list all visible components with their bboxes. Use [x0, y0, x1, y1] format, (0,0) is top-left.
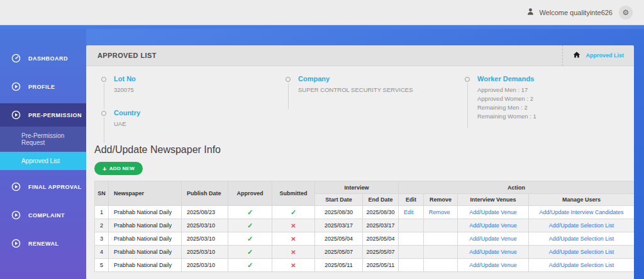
manage-users-link[interactable]: Add/Update Selection List	[549, 262, 614, 268]
content-area: APPROVED LIST Approved List Lot No320075…	[86, 29, 644, 279]
home-icon[interactable]	[573, 50, 580, 61]
settings-button[interactable]: ⚙	[619, 6, 633, 20]
venue-link[interactable]: Add/Update Venue	[469, 262, 517, 268]
timeline-rail	[99, 75, 109, 109]
breadcrumb-link[interactable]: Approved List	[586, 52, 624, 59]
col-sn: SN	[95, 181, 109, 206]
cell-submitted: ✕	[272, 259, 315, 272]
cell-manage-users: Add/Update Selection List	[529, 232, 634, 246]
table-row: 4Prabhab National Daily2025/03/10✓✕2025/…	[95, 246, 635, 259]
cell-submitted: ✕	[272, 246, 315, 259]
approved-list-card: APPROVED LIST Approved List Lot No320075…	[86, 45, 634, 279]
sidebar-subitem-pre-permission-request[interactable]: Pre-Permission Request	[0, 127, 86, 152]
remove-link[interactable]: Remove	[429, 209, 450, 215]
cell-approved: ✓	[228, 219, 272, 232]
manage-users-link[interactable]: Add/Update Interview Candidates	[539, 209, 623, 215]
sidebar-item-label: DASHBOARD	[28, 55, 68, 62]
manage-users-link[interactable]: Add/Update Selection List	[549, 249, 614, 255]
cell-newspaper: Prabhab National Daily	[109, 206, 182, 219]
page-title: APPROVED LIST	[86, 52, 157, 59]
cell-interview-venues: Add/Update Venue	[458, 219, 529, 232]
venue-link[interactable]: Add/Update Venue	[469, 222, 517, 229]
cell-edit	[399, 232, 424, 246]
cell-sn: 1	[95, 206, 109, 219]
cell-edit: Edit	[399, 206, 424, 219]
cell-remove	[424, 232, 458, 246]
cell-interview-venues: Add/Update Venue	[458, 232, 529, 246]
check-icon: ✓	[247, 235, 253, 242]
cell-end-date: 2025/03/17	[363, 219, 399, 232]
col-interview: Interview	[315, 181, 399, 194]
cell-approved: ✓	[228, 246, 272, 259]
sidebar-submenu: Pre-Permission RequestApproved List	[0, 127, 86, 170]
col-end-date: End Date	[363, 194, 399, 206]
cell-end-date: 2025/08/30	[363, 206, 399, 219]
cell-publish-date: 2025/03/10	[182, 246, 228, 259]
cell-remove: Remove	[424, 206, 458, 219]
manage-users-link[interactable]: Add/Update Selection List	[549, 236, 614, 242]
info-item: Lot No320075	[99, 75, 283, 109]
cell-submitted: ✕	[272, 232, 315, 246]
play-circle-icon	[11, 82, 21, 91]
play-circle-icon	[11, 210, 21, 220]
timeline-rail	[462, 75, 472, 128]
gear-icon: ⚙	[623, 8, 630, 17]
cell-edit	[399, 246, 424, 259]
col-manage-users: Manage Users	[529, 194, 634, 206]
sidebar-item-dashboard[interactable]: DASHBOARD	[0, 47, 86, 70]
cell-remove	[424, 219, 458, 232]
venue-link[interactable]: Add/Update Venue	[469, 236, 517, 242]
cell-interview-venues: Add/Update Venue	[458, 246, 529, 259]
play-circle-icon	[11, 110, 21, 120]
info-value: SUPER CONTROL SECURITY SERVICES	[298, 86, 413, 94]
cross-icon: ✕	[291, 249, 296, 256]
info-value: Approved Women : 2	[477, 94, 536, 103]
sidebar-subitem-approved-list[interactable]: Approved List	[0, 152, 86, 170]
col-newspaper: Newspaper	[109, 181, 182, 206]
sidebar-item-renewal[interactable]: RENEWAL	[0, 232, 86, 255]
info-value: Approved Men : 17	[477, 86, 536, 94]
cell-manage-users: Add/Update Interview Candidates	[529, 206, 634, 219]
cell-sn: 4	[95, 246, 109, 259]
info-item: CompanySUPER CONTROL SECURITY SERVICES	[283, 75, 462, 109]
edit-link[interactable]: Edit	[404, 209, 414, 215]
cell-submitted: ✓	[272, 206, 315, 219]
venue-link[interactable]: Add/Update Venue	[469, 209, 517, 215]
sidebar-item-label: FINAL APPROVAL	[28, 184, 82, 190]
topbar: Welcome qualityinte626 ⚙	[0, 0, 644, 25]
user-menu[interactable]: Welcome qualityinte626	[526, 7, 613, 18]
cell-manage-users: Add/Update Selection List	[529, 246, 634, 259]
add-new-button[interactable]: + ADD NEW	[94, 162, 143, 175]
col-approved: Approved	[228, 181, 272, 206]
sidebar-item-profile[interactable]: PROFILE	[0, 75, 86, 98]
cell-newspaper: Prabhab National Daily	[109, 232, 182, 246]
play-circle-icon	[11, 182, 21, 191]
info-item: Worker DemandsApproved Men : 17Approved …	[462, 75, 634, 128]
cell-publish-date: 2025/08/23	[182, 206, 228, 219]
info-value: Remaining Women : 1	[477, 112, 536, 121]
manage-users-link[interactable]: Add/Update Selection List	[549, 222, 614, 229]
table-row: 3Prabhab National Daily2025/03/10✓✕2025/…	[95, 232, 635, 246]
info-label: Worker Demands	[477, 75, 536, 83]
play-circle-icon	[11, 239, 21, 248]
cell-newspaper: Prabhab National Daily	[109, 219, 182, 232]
card-header: APPROVED LIST Approved List	[86, 45, 634, 66]
card-body: Lot No320075CountryUAECompanySUPER CONTR…	[86, 66, 634, 272]
cell-start-date: 2025/05/07	[315, 246, 363, 259]
cell-newspaper: Prabhab National Daily	[109, 259, 182, 272]
check-icon: ✓	[247, 208, 253, 216]
cell-newspaper: Prabhab National Daily	[109, 246, 182, 259]
bullet-ring-icon	[286, 77, 291, 82]
cell-interview-venues: Add/Update Venue	[458, 206, 529, 219]
timeline-rail	[283, 75, 293, 109]
table-header: SNNewspaperPublish DateApprovedSubmitted…	[95, 181, 635, 206]
sidebar-item-final-approval[interactable]: FINAL APPROVAL	[0, 175, 86, 198]
sidebar-item-complaint[interactable]: COMPLAINT	[0, 203, 86, 227]
cell-sn: 5	[95, 259, 109, 272]
cell-publish-date: 2025/03/10	[182, 219, 228, 232]
table-body: 1Prabhab National Daily2025/08/23✓✓2025/…	[95, 206, 635, 272]
venue-link[interactable]: Add/Update Venue	[469, 249, 517, 255]
sidebar-item-label: PROFILE	[28, 84, 55, 90]
cell-start-date: 2025/05/11	[315, 259, 363, 272]
sidebar-item-pre-permission[interactable]: PRE-PERMISSION	[0, 103, 86, 127]
